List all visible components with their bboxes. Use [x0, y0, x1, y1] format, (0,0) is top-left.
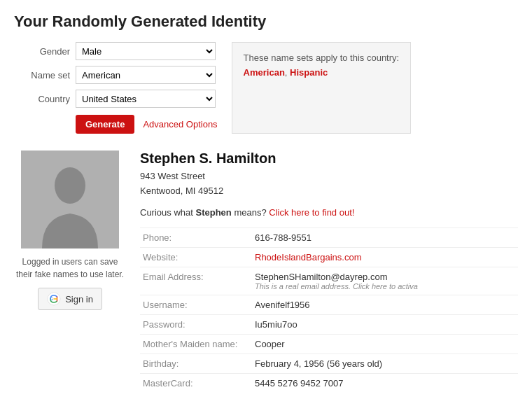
email-value: StephenSHamilton@dayrep.com This is a re… [252, 267, 518, 295]
gender-select[interactable]: Male Female [76, 42, 216, 60]
website-value[interactable]: RhodeIslandBargains.com [252, 247, 518, 267]
signin-button[interactable]: G Sign in [38, 288, 102, 310]
mastercard-label: MasterCard: [140, 373, 252, 393]
username-label: Username: [140, 295, 252, 314]
generate-button[interactable]: Generate [76, 115, 134, 134]
email-sub: This is a real email address. Click here… [255, 282, 515, 290]
meaning-prefix: Curious what [140, 207, 195, 218]
login-notice: Logged in users can save their fake name… [14, 255, 126, 281]
svg-text:G: G [50, 297, 53, 301]
birthday-label: Birthday: [140, 354, 252, 373]
nameset-select[interactable]: American Hispanic Italian French German [76, 66, 216, 84]
website-label: Website: [140, 247, 252, 267]
maiden-value: Cooper [252, 334, 518, 354]
password-label: Password: [140, 314, 252, 334]
mastercard-value: 5445 5276 9452 7007 [252, 373, 518, 393]
info-table: Phone: 616-788-9551 Website: RhodeIsland… [140, 227, 518, 393]
nameset-info-text: These name sets apply to this country: [244, 52, 400, 63]
nameset-info-box: These name sets apply to this country: A… [232, 42, 412, 134]
country-select[interactable]: United States United Kingdom Canada Aust… [76, 90, 216, 108]
nameset-hispanic[interactable]: Hispanic [290, 67, 328, 78]
password-value: Iu5miu7oo [252, 314, 518, 334]
birthday-value: February 4, 1956 (56 years old) [252, 354, 518, 373]
svg-point-0 [55, 167, 85, 204]
nameset-label: Name set [14, 70, 70, 80]
meaning-name: Stephen [195, 207, 231, 218]
country-label: Country [14, 94, 70, 104]
signin-label: Sign in [65, 294, 93, 304]
website-link[interactable]: RhodeIslandBargains.com [255, 252, 361, 262]
address-line1: 943 West Street [140, 171, 205, 181]
avatar [21, 150, 119, 248]
meaning-link[interactable]: Click here to find out! [269, 207, 354, 218]
person-address: 943 West Street Kentwood, MI 49512 [140, 169, 518, 199]
name-meaning: Curious what Stephen means? Click here t… [140, 207, 518, 218]
email-label: Email Address: [140, 267, 252, 295]
maiden-label: Mother's Maiden name: [140, 334, 252, 354]
address-line2: Kentwood, MI 49512 [140, 186, 223, 196]
page-title: Your Randomly Generated Identity [14, 13, 518, 31]
email-address: StephenSHamilton@dayrep.com [255, 272, 515, 282]
google-icon: G [47, 292, 61, 306]
person-name: Stephen S. Hamilton [140, 150, 518, 167]
phone-value: 616-788-9551 [252, 227, 518, 247]
username-value: Avenifelf1956 [252, 295, 518, 314]
meaning-suffix: means? [232, 207, 269, 218]
nameset-american[interactable]: American [244, 67, 285, 78]
gender-label: Gender [14, 46, 70, 57]
phone-label: Phone: [140, 227, 252, 247]
advanced-options-link[interactable]: Advanced Options [143, 119, 217, 130]
